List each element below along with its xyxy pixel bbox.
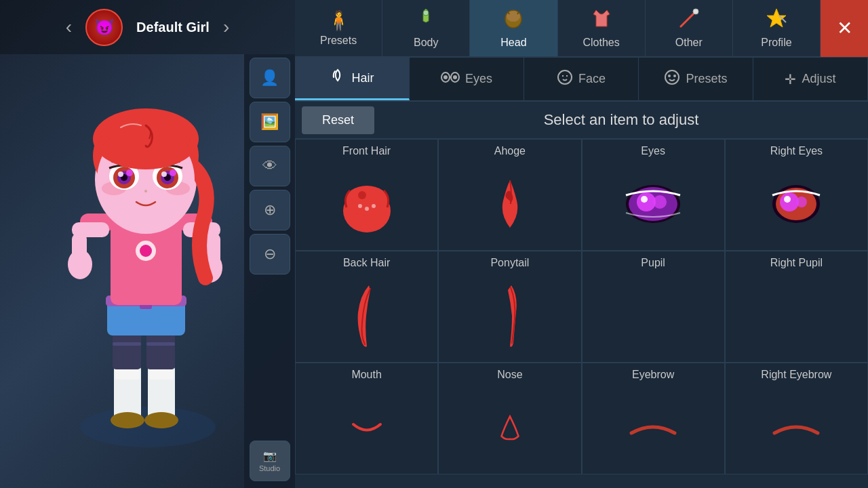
svg-point-61 (453, 75, 457, 79)
grid-item-ahoge[interactable]: Ahoge (438, 139, 581, 251)
mouth-label: Mouth (351, 369, 381, 381)
tab-presets[interactable]: Presets (639, 58, 753, 100)
svg-point-39 (126, 169, 133, 176)
svg-point-83 (784, 196, 791, 203)
face-tab-icon (557, 69, 573, 89)
character-avatar: 😈 (85, 9, 123, 46)
svg-point-66 (668, 75, 671, 77)
right-eyes-preview (729, 163, 864, 245)
nav-clothes-label: Clothes (583, 37, 619, 49)
nav-body[interactable]: Body (382, 0, 470, 56)
zoom-in-icon: ⊕ (264, 201, 276, 219)
studio-button[interactable]: 📷 Studio (250, 441, 290, 481)
svg-point-72 (365, 207, 369, 211)
select-hint: Select an item to adjust (374, 111, 868, 129)
zoom-out-icon: ⊖ (264, 245, 276, 263)
svg-line-55 (688, 17, 690, 20)
grid-item-back-hair[interactable]: Back Hair (295, 251, 438, 363)
ponytail-label: Ponytail (490, 257, 529, 269)
svg-point-48 (423, 10, 429, 16)
grid-item-right-eyes[interactable]: Right Eyes (725, 139, 868, 251)
svg-point-82 (796, 197, 807, 207)
nav-clothes[interactable]: Clothes (558, 0, 646, 56)
svg-point-67 (673, 75, 676, 77)
nose-label: Nose (497, 369, 522, 381)
svg-point-54 (693, 9, 698, 14)
profile-icon (766, 7, 787, 34)
grid-item-pupil[interactable]: Pupil (582, 251, 725, 363)
right-eyebrow-label: Right Eyebrow (761, 369, 831, 381)
image-icon: 🖼️ (260, 113, 279, 131)
nav-other[interactable]: Other (646, 0, 733, 56)
character-name: Default Girl (136, 20, 210, 35)
presets-icon: 🧍 (327, 9, 351, 32)
front-hair-preview (299, 163, 434, 245)
grid-item-mouth[interactable]: Mouth (295, 363, 438, 474)
top-navigation: 🧍 Presets Body Head Clothes Other Profil… (295, 0, 868, 58)
adjust-tab-icon: ✛ (785, 71, 796, 87)
svg-point-70 (358, 191, 366, 199)
next-character-button[interactable]: › (223, 16, 229, 38)
eye-preview-button[interactable]: 👁 (250, 146, 290, 186)
eyebrow-label: Eyebrow (632, 369, 674, 381)
nav-body-label: Body (414, 37, 438, 49)
svg-rect-11 (113, 342, 141, 346)
grid-item-front-hair[interactable]: Front Hair (295, 139, 438, 251)
tab-hair-label: Hair (351, 71, 374, 85)
right-pupil-label: Right Pupil (770, 257, 823, 269)
prev-character-button[interactable]: ‹ (66, 16, 72, 38)
add-character-icon: 👤 (260, 69, 279, 87)
grid-item-eyebrow[interactable]: Eyebrow (582, 363, 725, 474)
tab-adjust-label: Adjust (802, 72, 835, 86)
svg-marker-56 (767, 9, 786, 27)
tab-adjust[interactable]: ✛ Adjust (753, 58, 868, 100)
svg-point-62 (558, 70, 572, 84)
character-name-bar: ‹ 😈 Default Girl › (0, 0, 295, 54)
ahoge-label: Ahoge (494, 145, 526, 157)
tab-face[interactable]: Face (524, 58, 639, 100)
sub-navigation: Hair Eyes Face Presets ✛ Adjust (295, 58, 868, 102)
svg-point-38 (118, 171, 123, 177)
nose-preview (442, 386, 577, 468)
nav-presets[interactable]: 🧍 Presets (295, 0, 382, 56)
ponytail-preview (442, 274, 577, 357)
image-button[interactable]: 🖼️ (250, 102, 290, 142)
svg-point-44 (161, 171, 167, 177)
nav-presets-label: Presets (320, 35, 357, 47)
head-icon (502, 7, 524, 34)
svg-rect-23 (72, 234, 87, 266)
body-icon (415, 7, 437, 34)
grid-item-nose[interactable]: Nose (438, 363, 581, 474)
svg-point-78 (641, 196, 648, 203)
svg-rect-12 (146, 342, 175, 346)
reset-bar: Reset Select an item to adjust (295, 102, 868, 139)
side-toolbar: 👤 🖼️ 👁 ⊕ ⊖ 📷 Studio (244, 54, 295, 488)
tab-eyes[interactable]: Eyes (410, 58, 524, 100)
eyes-tab-icon (441, 71, 460, 87)
tab-hair[interactable]: Hair (295, 58, 410, 100)
pupil-label: Pupil (641, 257, 665, 269)
svg-point-3 (111, 412, 144, 428)
eye-icon: 👁 (262, 157, 277, 175)
nav-head[interactable]: Head (470, 0, 557, 56)
grid-item-right-pupil[interactable]: Right Pupil (725, 251, 868, 363)
svg-point-19 (140, 245, 152, 257)
right-pupil-preview (729, 274, 864, 357)
grid-item-eyes[interactable]: Eyes (582, 139, 725, 251)
close-button[interactable]: ✕ (821, 0, 868, 57)
ahoge-preview (442, 163, 577, 245)
reset-button[interactable]: Reset (302, 106, 374, 134)
svg-point-46 (144, 190, 147, 192)
zoom-in-button[interactable]: ⊕ (250, 190, 290, 230)
right-eyes-label: Right Eyes (770, 145, 823, 157)
add-character-button[interactable]: 👤 (250, 58, 290, 98)
character-illustration (39, 54, 256, 488)
nav-head-label: Head (500, 37, 526, 49)
grid-item-right-eyebrow[interactable]: Right Eyebrow (725, 363, 868, 474)
grid-item-ponytail[interactable]: Ponytail (438, 251, 581, 363)
presets-tab-icon (664, 69, 680, 89)
nav-profile[interactable]: Profile (733, 0, 821, 56)
svg-point-59 (443, 75, 448, 79)
zoom-out-button[interactable]: ⊖ (250, 234, 290, 274)
svg-point-71 (358, 204, 362, 208)
